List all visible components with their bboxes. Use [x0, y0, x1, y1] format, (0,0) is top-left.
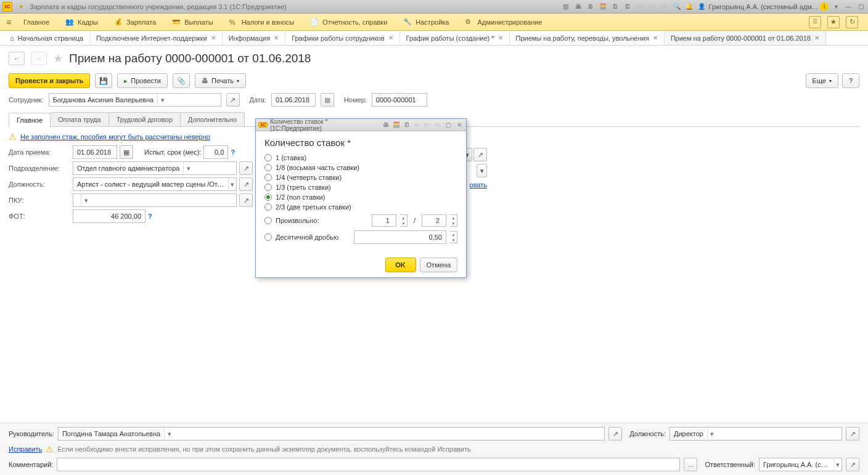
fposition-open-button[interactable]: ↗: [846, 427, 859, 440]
chevron-down-icon[interactable]: ▾: [157, 94, 167, 106]
trial-field[interactable]: 0,0: [203, 145, 228, 159]
right-dropdown-button-2[interactable]: ▾: [477, 164, 487, 177]
pku-field[interactable]: ▾: [73, 193, 237, 207]
help-icon[interactable]: ?: [148, 213, 152, 220]
menu-item-taxes[interactable]: %Налоги и взносы: [222, 16, 302, 28]
modal-maximize-icon[interactable]: ▢: [444, 120, 453, 129]
subtab-contract[interactable]: Трудовой договор: [108, 112, 181, 126]
zoom-icon[interactable]: 🔍: [672, 2, 682, 12]
menu-item-payments[interactable]: 💳Выплаты: [165, 15, 220, 28]
post-and-close-button[interactable]: Провести и закрыть: [9, 73, 90, 88]
more-button[interactable]: Еще▾: [806, 73, 838, 88]
attach-button[interactable]: 📎: [173, 73, 190, 88]
position-field[interactable]: Артист - солист - ведущий мастер сцены /…: [73, 177, 237, 191]
close-icon[interactable]: ✕: [814, 35, 819, 41]
toolbar-icon-1[interactable]: ▥: [561, 2, 571, 12]
tab-hires[interactable]: Приемы на работу, переводы, увольнения✕: [510, 31, 665, 45]
min-dash-icon[interactable]: ▾: [831, 2, 841, 12]
modal-cancel-button[interactable]: Отмена: [420, 258, 457, 272]
comment-expand-button[interactable]: …: [684, 458, 697, 471]
chevron-down-icon[interactable]: ▾: [707, 428, 717, 440]
modal-tool-cal-icon[interactable]: 🗓: [402, 120, 411, 129]
tab-hire-doc[interactable]: Прием на работу 0000-000001 от 01.06.201…: [665, 31, 826, 45]
menu-item-admin[interactable]: ⚙Администрирование: [457, 15, 549, 28]
department-open-button[interactable]: ↗: [239, 161, 253, 175]
close-icon[interactable]: ✕: [388, 35, 393, 41]
rate-option-custom[interactable]: Произвольно: 1 ▲▼ / 2 ▲▼: [264, 214, 457, 227]
rate-option-1[interactable]: 1 (ставка): [264, 154, 457, 161]
employee-field[interactable]: Богданова Аксиния Валерьевна ▾: [49, 93, 221, 107]
toolbar-icon-4[interactable]: 🧮: [598, 2, 608, 12]
toolbar-icon-3[interactable]: 🗎: [586, 2, 596, 12]
close-icon[interactable]: ✕: [498, 35, 503, 41]
modal-tool-m[interactable]: M: [412, 120, 422, 129]
chevron-down-icon[interactable]: ▾: [833, 458, 841, 471]
history-icon[interactable]: ↻: [846, 16, 858, 28]
right-open-button[interactable]: ↗: [473, 148, 487, 161]
modal-tool-mplus[interactable]: M+: [423, 120, 432, 129]
chevron-down-icon[interactable]: ▾: [183, 162, 193, 174]
warning-link[interactable]: Не заполнен стаж, пособия могут быть рас…: [20, 133, 210, 140]
help-button[interactable]: ?: [842, 73, 859, 88]
favorite-star-icon[interactable]: ★: [53, 52, 63, 65]
rate-option-1-4[interactable]: 1/4 (четверть ставки): [264, 174, 457, 181]
modal-tool-calc-icon[interactable]: 🧮: [391, 120, 401, 129]
dropdown-icon[interactable]: ▾: [16, 2, 26, 12]
memory-m[interactable]: M: [635, 2, 645, 12]
custom-numerator-field[interactable]: 1: [372, 214, 396, 227]
tab-schedule-new[interactable]: График работы (создание) *✕: [400, 31, 510, 45]
menu-item-salary[interactable]: 💰Зарплата: [107, 15, 163, 28]
decimal-field[interactable]: 0,50: [354, 230, 446, 244]
denominator-spinner[interactable]: ▲▼: [450, 214, 457, 227]
user-name[interactable]: Григорьянц А.А. (системный адм...: [709, 3, 817, 10]
menu-item-kadr[interactable]: 👥Кадры: [58, 15, 105, 28]
tab-schedules[interactable]: Графики работы сотрудников✕: [285, 31, 399, 45]
print-button[interactable]: 🖶Печать▾: [195, 73, 246, 88]
subtab-extra[interactable]: Дополнительно: [180, 112, 245, 126]
modal-tool-print-icon[interactable]: 🖶: [381, 120, 390, 129]
responsible-open-button[interactable]: ↗: [846, 458, 859, 471]
maximize-icon[interactable]: ▢: [856, 2, 866, 12]
rate-option-1-3[interactable]: 1/3 (треть ставки): [264, 184, 457, 191]
modal-close-icon[interactable]: ✕: [454, 120, 464, 129]
app-grid-icon[interactable]: ⠿: [809, 16, 821, 28]
minimize-icon[interactable]: —: [843, 2, 853, 12]
chevron-down-icon[interactable]: ▾: [81, 194, 91, 206]
employee-open-button[interactable]: ↗: [226, 93, 240, 107]
fix-link[interactable]: Исправить: [9, 445, 42, 453]
menu-item-settings[interactable]: 🔧Настройка: [396, 15, 456, 28]
menu-item-main[interactable]: Главное: [16, 16, 57, 28]
tab-internet[interactable]: Подключение Интернет-поддержки✕: [90, 31, 223, 45]
subtab-main[interactable]: Главное: [9, 113, 51, 127]
toolbar-icon-6[interactable]: 🗓: [623, 2, 633, 12]
responsible-field[interactable]: Григорьянц А.А. (системн...▾: [759, 458, 842, 471]
right-link[interactable]: овать: [470, 181, 487, 189]
accept-date-field[interactable]: 01.06.2018: [73, 145, 117, 159]
number-field[interactable]: 0000-000001: [372, 93, 427, 107]
numerator-spinner[interactable]: ▲▼: [400, 214, 407, 227]
nav-forward-button[interactable]: →: [31, 52, 47, 65]
subtab-pay[interactable]: Оплата труда: [50, 112, 109, 126]
tab-home[interactable]: ⌂Начальная страница: [4, 31, 90, 45]
calendar-button[interactable]: ▦: [321, 93, 334, 107]
manager-open-button[interactable]: ↗: [608, 427, 622, 440]
help-icon[interactable]: ?: [231, 148, 235, 156]
calendar-button[interactable]: ▦: [120, 145, 133, 159]
post-button[interactable]: ▸Провести: [117, 73, 168, 88]
close-icon[interactable]: ✕: [211, 35, 216, 41]
fposition-field[interactable]: Директор▾: [669, 427, 842, 440]
modal-ok-button[interactable]: OK: [385, 258, 416, 272]
comment-field[interactable]: [57, 458, 680, 471]
menu-item-reports[interactable]: 📄Отчетность, справки: [303, 15, 395, 28]
toolbar-icon-5[interactable]: 🗓: [610, 2, 620, 12]
memory-mplus[interactable]: M+: [647, 2, 657, 12]
rate-option-1-8[interactable]: 1/8 (восьмая часть ставки): [264, 164, 457, 171]
tab-info[interactable]: Информация✕: [223, 31, 285, 45]
modal-title-bar[interactable]: 1С Количество ставок * (1С:Предприятие) …: [256, 119, 466, 131]
close-icon[interactable]: ✕: [653, 35, 658, 41]
memory-mminus[interactable]: M-: [660, 2, 669, 12]
chevron-down-icon[interactable]: ▾: [164, 428, 174, 440]
pku-open-button[interactable]: ↗: [239, 193, 253, 207]
save-button[interactable]: 💾: [95, 73, 112, 88]
manager-field[interactable]: Погодина Тамара Анатольевна▾: [58, 427, 605, 440]
